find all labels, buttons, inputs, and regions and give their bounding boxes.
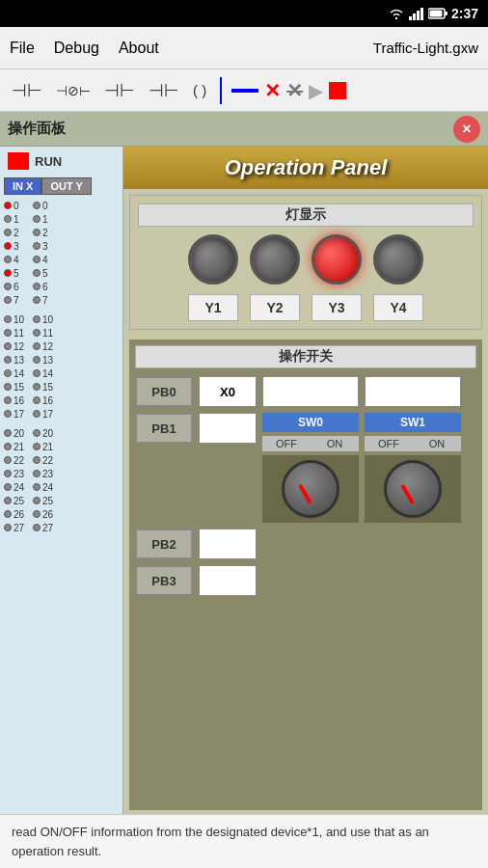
menu-debug[interactable]: Debug: [54, 40, 99, 57]
light-section-title: 灯显示: [138, 203, 474, 227]
io-row: 44: [4, 253, 119, 266]
io-dot: [4, 356, 12, 364]
pb2-button[interactable]: PB2: [135, 529, 193, 559]
signal-icon: [409, 7, 424, 20]
io-dot2: [33, 296, 41, 304]
switch-section: 操作开关 PB0 X0 PB1 SW0 OFF ON: [129, 339, 482, 810]
io-dot2: [33, 510, 41, 518]
io-row: 2727: [4, 521, 119, 534]
io-dot2: [33, 242, 41, 250]
pb2-value-box: [199, 529, 257, 559]
io-row: 2121: [4, 440, 119, 453]
io-row: 77: [4, 293, 119, 307]
sw1-knob-indicator: [400, 484, 414, 504]
x0-display: X0: [199, 376, 257, 407]
sw1-on-label[interactable]: ON: [413, 436, 461, 451]
io-dot: [4, 296, 12, 304]
window-title: Traffic-Light.gxw: [373, 40, 478, 56]
io-row: 1616: [4, 393, 119, 407]
sw0-header: SW0: [262, 413, 359, 432]
io-dot: [4, 410, 12, 418]
empty-box-1: [262, 376, 359, 407]
in-x-button[interactable]: IN X: [4, 177, 41, 195]
dialog-close-button[interactable]: ×: [453, 116, 480, 143]
toolbar-contact4[interactable]: ⊣⊢: [145, 78, 183, 103]
out-y-button[interactable]: OUT Y: [41, 177, 91, 195]
io-dot2: [33, 329, 41, 337]
bottom-text-content: read ON/OFF information from the designa…: [12, 825, 429, 858]
io-dot: [4, 256, 12, 263]
io-dot2: [33, 524, 41, 531]
light-labels-row: Y1 Y2 Y3 Y4: [138, 294, 474, 321]
io-dot2: [33, 369, 41, 377]
io-dot: [4, 470, 12, 477]
pb3-button[interactable]: PB3: [135, 565, 193, 596]
io-dot: [4, 242, 12, 250]
svg-rect-6: [429, 11, 442, 17]
io-dot: [4, 456, 12, 464]
sw1-knob[interactable]: [365, 455, 461, 523]
io-dot2: [33, 229, 41, 236]
sw0-knob-circle: [282, 460, 339, 518]
io-row: 1313: [4, 353, 119, 366]
svg-rect-2: [417, 11, 420, 20]
sw0-off-label[interactable]: OFF: [262, 436, 311, 451]
svg-rect-1: [413, 14, 416, 20]
pb0-button[interactable]: PB0: [135, 376, 193, 407]
toolbar-play[interactable]: ▶: [309, 79, 323, 102]
left-panel: RUN IN X OUT Y 00 11 22 33 44 55 66 77 1…: [0, 147, 123, 814]
io-row: 2626: [4, 507, 119, 521]
io-row: 1212: [4, 339, 119, 353]
light-label-y2: Y2: [250, 294, 300, 321]
sw0-offon: OFF ON: [262, 436, 359, 451]
sw1-off-label[interactable]: OFF: [365, 436, 413, 451]
status-bar: 2:37: [0, 0, 488, 27]
io-row: 11: [4, 212, 119, 226]
io-row: 2525: [4, 494, 119, 507]
io-dot2: [33, 383, 41, 391]
sw1-offon: OFF ON: [365, 436, 461, 451]
light-bulb-y3: [312, 234, 362, 285]
dialog-title: 操作面板: [8, 120, 66, 138]
toolbar-contact3[interactable]: ⊣⊢: [100, 78, 139, 103]
svg-rect-5: [445, 12, 447, 15]
io-dot: [4, 483, 12, 491]
pb1-value-box: [199, 413, 257, 444]
sw0-on-label[interactable]: ON: [311, 436, 359, 451]
pb1-button[interactable]: PB1: [135, 413, 193, 444]
toolbar-xmark2[interactable]: ✕: [286, 79, 303, 102]
io-dot: [4, 269, 12, 277]
switch-section-title: 操作开关: [135, 345, 476, 368]
sw0-knob[interactable]: [262, 455, 359, 523]
light-bulb-y4: [373, 234, 423, 285]
io-dot: [4, 369, 12, 377]
toolbar-coil[interactable]: ( ): [189, 80, 210, 100]
io-dot: [4, 510, 12, 518]
io-dot: [4, 202, 12, 209]
svg-rect-3: [420, 8, 423, 20]
io-header: IN X OUT Y: [0, 176, 122, 197]
io-dot: [4, 283, 12, 290]
io-row: 22: [4, 226, 119, 239]
main-area: 操作面板 × RUN IN X OUT Y 00 11 22 33 44 55 …: [0, 112, 488, 814]
toolbar-line: [231, 89, 258, 93]
pb3-value-box: [199, 565, 257, 596]
light-bulb-y2: [250, 234, 300, 285]
menu-about[interactable]: About: [119, 40, 159, 57]
io-dot2: [33, 269, 41, 277]
menu-file[interactable]: File: [10, 40, 35, 57]
toolbar: ⊣⊢ ⊣⊘⊢ ⊣⊢ ⊣⊢ ( ) ✕ ✕ ▶: [0, 69, 488, 112]
io-row: 2424: [4, 480, 119, 494]
toolbar-stop[interactable]: [329, 82, 346, 99]
battery-icon: [428, 8, 447, 19]
toolbar-no-contact[interactable]: ⊣⊘⊢: [52, 81, 95, 100]
menu-bar: File Debug About Traffic-Light.gxw: [0, 27, 488, 69]
io-dot2: [33, 443, 41, 450]
lights-row: [138, 234, 474, 285]
io-dot: [4, 443, 12, 450]
io-dot2: [33, 470, 41, 477]
dialog-titlebar: 操作面板 ×: [0, 112, 488, 147]
toolbar-nc-contact[interactable]: ⊣⊢: [8, 78, 46, 103]
toolbar-xmark[interactable]: ✕: [264, 79, 281, 102]
wifi-icon: [388, 7, 405, 20]
